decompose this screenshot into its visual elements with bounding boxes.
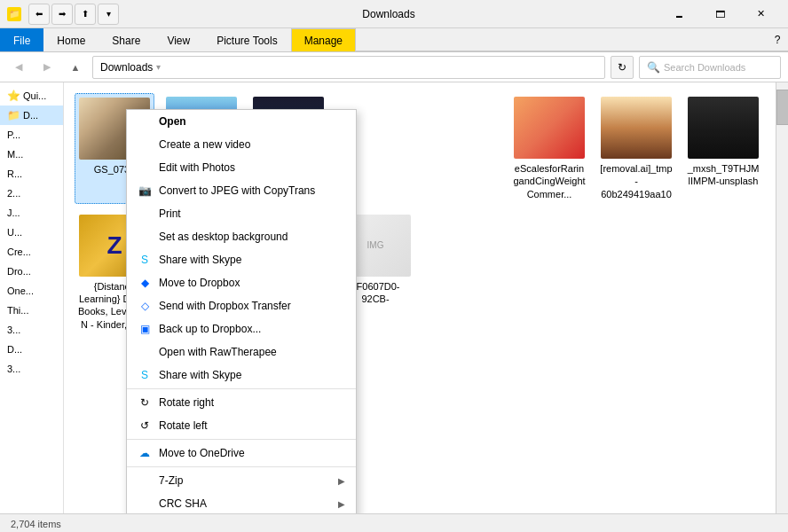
back-button[interactable]: ⬅ xyxy=(28,4,50,25)
window-title: Downloads xyxy=(119,8,658,20)
search-box[interactable]: 🔍 Search Downloads xyxy=(639,56,781,79)
dropbox-icon-2: ◇ xyxy=(138,299,152,313)
ctx-rawtherapee[interactable]: Open with RawTherapee xyxy=(127,340,356,364)
tab-manage[interactable]: Manage xyxy=(291,28,356,51)
sep-1 xyxy=(127,388,356,389)
sidebar-item-j[interactable]: J... xyxy=(0,203,63,223)
main-layout: ⭐ Qui... 📁 D... P... M... R... 2... J...… xyxy=(0,82,788,513)
sidebar-item-thi[interactable]: Thi... xyxy=(0,301,63,320)
file-name-escales: eScalesforRaringandCingWeightCommer... xyxy=(513,162,586,200)
scrollbar-thumb[interactable] xyxy=(776,90,788,125)
sep-2 xyxy=(127,439,356,440)
video-icon xyxy=(138,137,152,152)
sidebar-item-dro[interactable]: Dro... xyxy=(0,262,63,281)
ctx-onedrive[interactable]: ☁ Move to OneDrive xyxy=(127,442,356,465)
ctx-share-skype2[interactable]: S Share with Skype xyxy=(127,364,356,387)
status-bar: 2,704 items xyxy=(0,513,788,532)
context-menu: Open Create a new video Edit with Photos… xyxy=(126,109,357,513)
ctx-7zip[interactable]: 7-Zip ▶ xyxy=(127,469,356,492)
sidebar-item-d2[interactable]: D... xyxy=(0,340,63,359)
ctx-crcsha[interactable]: CRC SHA ▶ xyxy=(127,492,356,513)
dropbox-icon-1: ◆ xyxy=(138,276,152,290)
up-button[interactable]: ⬆ xyxy=(75,4,96,25)
dropbox-icon-3: ▣ xyxy=(138,322,152,336)
nav-forward-button[interactable]: ▶ xyxy=(35,56,59,79)
sidebar-item-one[interactable]: One... xyxy=(0,281,63,301)
sidebar-item-3b[interactable]: 3... xyxy=(0,359,63,379)
skype-icon-2: S xyxy=(138,368,152,382)
file-thumb-escales xyxy=(514,97,585,159)
title-bar-left: 📁 ⬅ ➡ ⬆ ▾ xyxy=(7,4,119,25)
downloads-folder-icon: 📁 xyxy=(7,109,20,121)
sidebar-item-downloads[interactable]: 📁 D... xyxy=(0,106,63,125)
title-nav: ⬅ ➡ ⬆ ▾ xyxy=(28,4,119,25)
ctx-create-video[interactable]: Create a new video xyxy=(127,133,356,156)
title-bar: 📁 ⬅ ➡ ⬆ ▾ Downloads 🗕 🗖 ✕ xyxy=(0,0,788,28)
breadcrumb-arrow: ▾ xyxy=(156,62,161,72)
tab-picture-tools[interactable]: Picture Tools xyxy=(203,28,290,51)
window-controls: 🗕 🗖 ✕ xyxy=(658,0,781,28)
sidebar: ⭐ Qui... 📁 D... P... M... R... 2... J...… xyxy=(0,82,64,513)
sidebar-item-3a[interactable]: 3... xyxy=(0,320,63,340)
rawtherapee-icon xyxy=(138,345,152,359)
open-icon xyxy=(138,114,152,129)
ctx-share-skype1[interactable]: S Share with Skype xyxy=(127,248,356,271)
folder-icon: 📁 xyxy=(7,7,21,21)
crcsha-icon xyxy=(138,497,152,511)
tab-share[interactable]: Share xyxy=(98,28,154,51)
sidebar-item-quick[interactable]: ⭐ Qui... xyxy=(0,86,63,106)
rotate-right-icon: ↻ xyxy=(138,395,152,410)
spacer-2 xyxy=(422,93,502,204)
ctx-rotate-left[interactable]: ↺ Rotate left xyxy=(127,414,356,437)
ctx-convert-jpeg[interactable]: 📷 Convert to JPEG with CopyTrans xyxy=(127,179,356,202)
7zip-icon xyxy=(138,473,152,488)
address-bar: ◀ ▶ ▲ Downloads ▾ ↻ 🔍 Search Downloads xyxy=(0,52,788,82)
ctx-rotate-right[interactable]: ↻ Rotate right xyxy=(127,391,356,414)
tab-file[interactable]: File xyxy=(0,28,43,51)
file-item-escales[interactable]: eScalesforRaringandCingWeightCommer... xyxy=(509,93,589,204)
file-name-mxsh: _mxsh_T9THJMlIMPM-unsplash xyxy=(687,162,760,188)
ctx-open[interactable]: Open xyxy=(127,110,356,133)
maximize-button[interactable]: 🗖 xyxy=(699,0,740,28)
quick-access-icon: ⭐ xyxy=(7,90,20,102)
sidebar-item-2[interactable]: 2... xyxy=(0,184,63,203)
forward-button[interactable]: ➡ xyxy=(51,4,73,25)
desktop-icon xyxy=(138,230,152,244)
address-path[interactable]: Downloads ▾ xyxy=(92,56,605,79)
ctx-move-dropbox[interactable]: ◆ Move to Dropbox xyxy=(127,271,356,294)
tab-view[interactable]: View xyxy=(154,28,203,51)
file-item-mxsh[interactable]: _mxsh_T9THJMlIMPM-unsplash xyxy=(683,93,763,204)
ctx-backup-dropbox[interactable]: ▣ Back up to Dropbox... xyxy=(127,317,356,340)
rotate-left-icon: ↺ xyxy=(138,419,152,433)
refresh-button[interactable]: ↻ xyxy=(611,56,634,79)
ctx-desktop-bg[interactable]: Set as desktop background xyxy=(127,225,356,248)
tab-home[interactable]: Home xyxy=(43,28,98,51)
file-name-removal: [removal.ai]_tmp-60b249419aa10 xyxy=(600,162,673,200)
edit-icon xyxy=(138,160,152,175)
nav-up-button[interactable]: ▲ xyxy=(64,56,87,79)
print-icon xyxy=(138,207,152,221)
skype-icon-1: S xyxy=(138,253,152,267)
dropdown-button[interactable]: ▾ xyxy=(98,4,119,25)
item-count: 2,704 items xyxy=(11,519,61,529)
minimize-button[interactable]: 🗕 xyxy=(658,0,699,28)
file-item-removal[interactable]: [removal.ai]_tmp-60b249419aa10 xyxy=(596,93,676,204)
crcsha-arrow: ▶ xyxy=(338,499,345,509)
sidebar-item-p[interactable]: P... xyxy=(0,125,63,145)
onedrive-icon: ☁ xyxy=(138,446,152,460)
ribbon-tabs: File Home Share View Picture Tools Manag… xyxy=(0,28,788,51)
search-icon: 🔍 xyxy=(647,61,660,74)
scrollbar[interactable] xyxy=(776,82,788,513)
ctx-send-dropbox[interactable]: ◇ Send with Dropbox Transfer xyxy=(127,294,356,317)
sidebar-item-r[interactable]: R... xyxy=(0,164,63,184)
nav-back-button[interactable]: ◀ xyxy=(7,56,30,79)
sidebar-item-m[interactable]: M... xyxy=(0,145,63,164)
ctx-print[interactable]: Print xyxy=(127,202,356,225)
ctx-edit-photos[interactable]: Edit with Photos xyxy=(127,156,356,179)
7zip-arrow: ▶ xyxy=(338,476,345,486)
close-button[interactable]: ✕ xyxy=(740,0,781,28)
copytrans-icon: 📷 xyxy=(138,184,152,198)
help-button[interactable]: ? xyxy=(767,28,788,51)
sidebar-item-cre[interactable]: Cre... xyxy=(0,242,63,262)
sidebar-item-u[interactable]: U... xyxy=(0,223,63,242)
